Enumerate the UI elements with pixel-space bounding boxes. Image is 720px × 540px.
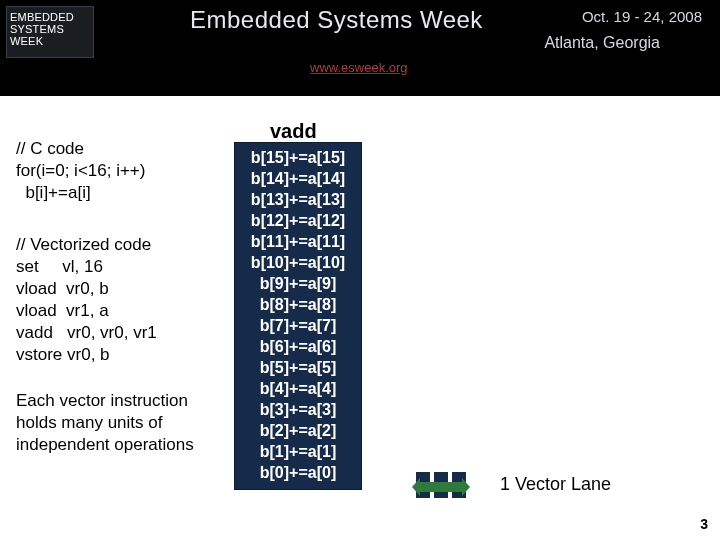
vadd-row: b[10]+=a[10]	[237, 252, 359, 273]
vec-line: vstore vr0, b	[16, 345, 110, 364]
page-number: 3	[700, 516, 708, 532]
vadd-row: b[8]+=a[8]	[237, 294, 359, 315]
c-line: b[i]+=a[i]	[16, 183, 91, 202]
badge-line: WEEK	[10, 35, 90, 47]
banner-url: www.esweek.org	[310, 60, 408, 75]
badge-line: SYSTEMS	[10, 23, 90, 35]
vadd-row: b[12]+=a[12]	[237, 210, 359, 231]
vector-lane-icon	[410, 468, 470, 502]
vec-line: set vl, 16	[16, 257, 103, 276]
svg-rect-3	[420, 482, 462, 492]
vec-comment: // Vectorized code	[16, 235, 151, 254]
code-column: // C code for(i=0; i<16; i++) b[i]+=a[i]…	[16, 138, 226, 456]
vadd-row: b[9]+=a[9]	[237, 273, 359, 294]
vector-lane-label: 1 Vector Lane	[500, 474, 611, 495]
banner-dates: Oct. 19 - 24, 2008	[582, 8, 702, 25]
vadd-row: b[6]+=a[6]	[237, 336, 359, 357]
conference-banner: EMBEDDED SYSTEMS WEEK Embedded Systems W…	[0, 0, 720, 96]
banner-title: Embedded Systems Week	[190, 6, 483, 34]
vadd-row: b[13]+=a[13]	[237, 189, 359, 210]
vadd-row: b[7]+=a[7]	[237, 315, 359, 336]
vadd-row: b[2]+=a[2]	[237, 420, 359, 441]
vec-line: vload vr0, b	[16, 279, 109, 298]
vadd-row: b[11]+=a[11]	[237, 231, 359, 252]
vadd-row: b[1]+=a[1]	[237, 441, 359, 462]
badge-line: EMBEDDED	[10, 11, 90, 23]
vadd-operations-box: b[15]+=a[15]b[14]+=a[14]b[13]+=a[13]b[12…	[234, 142, 362, 490]
vadd-row: b[0]+=a[0]	[237, 462, 359, 483]
vadd-row: b[4]+=a[4]	[237, 378, 359, 399]
esw-badge: EMBEDDED SYSTEMS WEEK	[6, 6, 94, 58]
c-comment: // C code	[16, 139, 84, 158]
vec-line: vload vr1, a	[16, 301, 109, 320]
vadd-row: b[5]+=a[5]	[237, 357, 359, 378]
explanatory-note: Each vector instruction holds many units…	[16, 390, 226, 456]
c-code-block: // C code for(i=0; i<16; i++) b[i]+=a[i]	[16, 138, 226, 204]
vec-line: vadd vr0, vr0, vr1	[16, 323, 157, 342]
banner-city: Atlanta, Georgia	[544, 34, 660, 52]
c-line: for(i=0; i<16; i++)	[16, 161, 145, 180]
vadd-row: b[14]+=a[14]	[237, 168, 359, 189]
vadd-row: b[3]+=a[3]	[237, 399, 359, 420]
vector-code-block: // Vectorized code set vl, 16 vload vr0,…	[16, 234, 226, 366]
vadd-row: b[15]+=a[15]	[237, 147, 359, 168]
vadd-label: vadd	[270, 120, 317, 143]
